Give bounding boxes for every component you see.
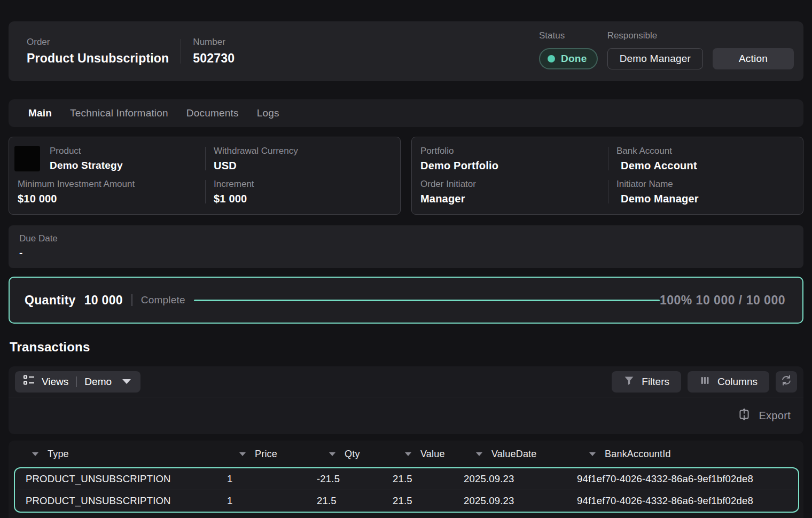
list-views-icon — [22, 374, 35, 389]
cell-value: 21.5 — [382, 495, 453, 507]
column-header-type[interactable]: Type — [9, 449, 216, 460]
chevron-down-icon — [122, 379, 131, 384]
cell-valuedate: 2025.09.23 — [453, 473, 566, 485]
column-header-valuedate[interactable]: ValueDate — [452, 449, 566, 460]
order-initiator-value: Manager — [420, 193, 600, 205]
action-column: Action — [713, 30, 794, 69]
table-row[interactable]: PRODUCT_UNSUBSCRIPTION 1 -21.5 21.5 2025… — [15, 468, 798, 490]
transactions-table: Type Price Qty Value ValueDate BankAccou… — [9, 441, 803, 518]
sort-caret-icon — [405, 452, 411, 456]
tab-documents[interactable]: Documents — [177, 107, 248, 119]
number-field: Number 502730 — [193, 37, 235, 66]
initiator-name-label: Initiator Name — [616, 179, 795, 190]
views-separator — [76, 376, 77, 387]
quantity-label: Quantity — [25, 293, 76, 308]
tab-main[interactable]: Main — [19, 107, 61, 119]
cell-type: PRODUCT_UNSUBSCRIPTION — [15, 495, 216, 507]
increment-label: Increment — [214, 179, 393, 190]
initiator-name-value: Demo Manager — [616, 193, 795, 205]
columns-label: Columns — [717, 376, 758, 388]
responsible-label: Responsible — [607, 30, 703, 41]
cell-valuedate: 2025.09.23 — [453, 495, 566, 507]
order-value: Product Unsubscription — [27, 51, 169, 66]
export-button[interactable]: Export — [737, 407, 791, 424]
column-header-label: Price — [255, 449, 277, 460]
cell-price: 1 — [216, 473, 306, 485]
views-dropdown[interactable]: Views Demo — [15, 371, 140, 393]
product-label: Product — [50, 146, 123, 156]
due-date-label: Due Date — [19, 233, 793, 244]
quantity-progress-card: Quantity 10 000 Complete 100% 10 000 / 1… — [9, 277, 803, 324]
sort-caret-icon — [589, 452, 596, 456]
tab-logs[interactable]: Logs — [248, 107, 288, 119]
product-field: Product Demo Strategy — [9, 143, 205, 176]
due-date-card: Due Date - — [9, 225, 803, 268]
header-divider — [181, 39, 181, 64]
order-initiator-field: Order Initiator Manager — [412, 176, 608, 209]
refresh-icon — [780, 374, 792, 389]
export-row: Export — [9, 397, 803, 434]
column-header-value[interactable]: Value — [381, 449, 452, 460]
cell-qty: 21.5 — [306, 495, 382, 507]
filters-button[interactable]: Filters — [612, 371, 681, 393]
refresh-button[interactable] — [776, 371, 797, 393]
order-header-card: Order Product Unsubscription Number 5027… — [9, 21, 803, 81]
withdrawal-currency-field: Withdrawal Currency USD — [205, 143, 400, 176]
bank-account-value: Demo Account — [616, 160, 795, 172]
order-initiator-label: Order Initiator — [420, 179, 600, 190]
info-cards-row: Product Demo Strategy Withdrawal Currenc… — [9, 137, 803, 215]
cell-qty: -21.5 — [306, 473, 382, 485]
portfolio-value: Demo Portfolio — [420, 160, 600, 172]
tab-technical-information[interactable]: Technical Information — [61, 107, 177, 119]
column-header-label: BankAccountId — [605, 449, 671, 460]
column-header-qty[interactable]: Qty — [306, 449, 381, 460]
portfolio-field: Portfolio Demo Portfolio — [412, 143, 608, 176]
transactions-title: Transactions — [10, 340, 803, 355]
action-button[interactable]: Action — [713, 48, 794, 69]
withdrawal-currency-label: Withdrawal Currency — [214, 146, 393, 156]
order-identity: Order Product Unsubscription Number 5027… — [27, 21, 235, 81]
product-card: Product Demo Strategy Withdrawal Currenc… — [9, 137, 401, 215]
product-stack: Product Demo Strategy — [50, 146, 123, 171]
table-header-row: Type Price Qty Value ValueDate BankAccou… — [9, 441, 803, 467]
transactions-toolbar: Views Demo Filters — [9, 366, 803, 434]
status-badge-text: Done — [561, 53, 587, 65]
responsible-button[interactable]: Demo Manager — [607, 48, 703, 69]
filters-label: Filters — [642, 376, 669, 388]
columns-button[interactable]: Columns — [688, 371, 769, 393]
min-investment-field: Minimum Investment Amount $10 000 — [9, 176, 205, 209]
cell-price: 1 — [216, 495, 306, 507]
number-label: Number — [193, 37, 235, 48]
progress-bar — [194, 300, 660, 301]
views-label: Views — [42, 376, 68, 388]
cell-value: 21.5 — [382, 473, 453, 485]
table-row[interactable]: PRODUCT_UNSUBSCRIPTION 1 21.5 21.5 2025.… — [15, 490, 798, 512]
status-dot-icon — [548, 55, 555, 62]
min-investment-value: $10 000 — [18, 193, 198, 205]
quantity-value: 10 000 — [84, 293, 123, 308]
portfolio-card: Portfolio Demo Portfolio Bank Account De… — [411, 137, 803, 215]
quantity-status: Complete — [141, 294, 185, 306]
quantity-separator — [131, 294, 132, 306]
status-column: Status Done — [539, 30, 598, 69]
column-header-bankaccountid[interactable]: BankAccountId — [566, 449, 803, 460]
sort-caret-icon — [476, 452, 482, 456]
increment-field: Increment $1 000 — [205, 176, 400, 209]
progress-text: 100% 10 000 / 10 000 — [660, 293, 785, 308]
status-badge: Done — [539, 48, 598, 69]
column-header-price[interactable]: Price — [216, 449, 306, 460]
order-label: Order — [27, 37, 169, 48]
export-arrows-icon — [737, 407, 751, 424]
transaction-row-group: PRODUCT_UNSUBSCRIPTION 1 -21.5 21.5 2025… — [14, 467, 799, 513]
bank-account-field: Bank Account Demo Account — [608, 143, 803, 176]
due-date-value: - — [19, 247, 793, 259]
order-field: Order Product Unsubscription — [27, 37, 169, 66]
order-details-page: Order Product Unsubscription Number 5027… — [0, 0, 812, 518]
column-header-label: Type — [48, 449, 69, 460]
export-label: Export — [759, 410, 791, 422]
bank-account-label: Bank Account — [616, 146, 795, 156]
status-label: Status — [539, 30, 598, 41]
cell-bankaccountid: 94f1ef70-4026-4332-86a6-9ef1bf02de8 — [566, 473, 798, 485]
portfolio-label: Portfolio — [420, 146, 600, 156]
product-value: Demo Strategy — [50, 160, 123, 171]
